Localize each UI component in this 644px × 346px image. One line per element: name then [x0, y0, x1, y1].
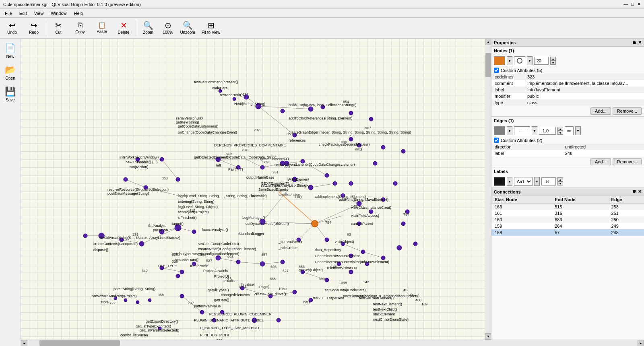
- zoom-out-button[interactable]: 🔍 Unzoom: [177, 19, 198, 38]
- svg-point-91: [192, 230, 196, 234]
- menu-file[interactable]: File: [2, 10, 15, 16]
- minimize-btn[interactable]: —: [623, 2, 628, 7]
- connections-close-icon[interactable]: ✕: [638, 189, 642, 194]
- connections-float-icon[interactable]: ⊞: [633, 189, 636, 194]
- properties-float-icon[interactable]: ⊞: [633, 40, 636, 45]
- conn-row-2[interactable]: 161 316 251: [491, 210, 644, 216]
- edge-weight-spinners: ▲ ▼: [557, 127, 563, 135]
- svg-line-0: [279, 192, 315, 224]
- conn-row-4[interactable]: 159 264 249: [491, 223, 644, 229]
- paste-label: Paste: [97, 29, 107, 34]
- scroll-thumb-h[interactable]: [39, 340, 120, 346]
- svg-point-51: [333, 181, 337, 185]
- menu-window[interactable]: Window: [47, 10, 70, 16]
- horizontal-scrollbar[interactable]: ◄ ►: [21, 340, 644, 346]
- cut-icon: ✂: [55, 21, 62, 29]
- edge-weight-input[interactable]: [539, 127, 556, 135]
- open-label: Open: [5, 76, 15, 80]
- edge-weight-down[interactable]: ▼: [557, 131, 563, 135]
- menu-help[interactable]: Help: [70, 10, 86, 16]
- redo-button[interactable]: ↪ Redo: [23, 19, 44, 38]
- label-font-select[interactable]: Aa1 Aa2 Aa3: [514, 177, 533, 186]
- scroll-up-btn[interactable]: ▲: [485, 39, 491, 45]
- svg-line-38: [315, 216, 343, 224]
- edge-custom-attrs-checkbox[interactable]: [494, 138, 499, 143]
- node-label: setListType(ArrayList<String>): [261, 183, 310, 187]
- connections-table-wrapper[interactable]: Start Node End Node Edge 163 515 253: [491, 196, 644, 340]
- label-size-up[interactable]: ▲: [557, 177, 563, 181]
- node-add-attr-btn[interactable]: Add...: [590, 107, 611, 115]
- conn-start-1: 163: [491, 204, 551, 210]
- fit-view-label: Fit to View: [202, 30, 221, 35]
- open-button[interactable]: 📂 Open: [1, 62, 20, 83]
- svg-line-22: [262, 262, 283, 264]
- attr-key-codelines: codelines: [491, 74, 524, 80]
- edge-remove-attr-btn[interactable]: Remove...: [613, 158, 642, 165]
- svg-point-112: [357, 143, 361, 147]
- paste-button[interactable]: 📋 Paste: [91, 19, 112, 38]
- scroll-right-btn[interactable]: ►: [638, 340, 644, 346]
- save-button[interactable]: 💾 Save: [1, 84, 20, 105]
- scroll-left-btn[interactable]: ◄: [21, 340, 27, 346]
- edge-line-dropdown[interactable]: ▼: [532, 126, 537, 135]
- label-color-button[interactable]: [494, 177, 505, 186]
- label-size-down[interactable]: ▼: [557, 181, 563, 185]
- svg-text:342: 342: [142, 269, 148, 273]
- properties-close-icon[interactable]: ✕: [638, 40, 642, 45]
- svg-text:993: 993: [227, 255, 233, 259]
- scroll-thumb-v[interactable]: [485, 53, 491, 77]
- menu-view[interactable]: View: [31, 10, 47, 16]
- node-color-dropdown[interactable]: ▼: [507, 56, 512, 65]
- svg-line-11: [218, 159, 238, 167]
- node-custom-attrs-checkbox[interactable]: [494, 68, 499, 73]
- node-size-down[interactable]: ▼: [550, 61, 556, 65]
- node-size-up[interactable]: ▲: [550, 57, 556, 61]
- copy-label: Copy: [75, 30, 85, 34]
- attr-val-modifier: public: [524, 93, 644, 99]
- edge-color-dropdown[interactable]: ▼: [507, 126, 512, 135]
- node-shape-button[interactable]: [514, 56, 525, 65]
- delete-button[interactable]: ✕ Delete: [113, 19, 134, 38]
- close-btn[interactable]: ✕: [637, 2, 641, 7]
- svg-line-10: [162, 159, 178, 179]
- edge-add-attr-btn[interactable]: Add...: [590, 158, 611, 165]
- svg-point-87: [260, 165, 264, 169]
- node-remove-attr-btn[interactable]: Remove...: [613, 107, 642, 115]
- edge-style-button[interactable]: ✏: [565, 126, 574, 135]
- conn-row-1[interactable]: 163 515 253: [491, 204, 644, 210]
- vertical-scrollbar[interactable]: ▲ ▼: [485, 39, 491, 340]
- node-label: _ruleCreate: [279, 246, 297, 250]
- zoom-pct-button[interactable]: ⊙ 100%: [159, 19, 176, 38]
- conn-row-5[interactable]: 158 57 248: [491, 229, 644, 236]
- attr-row-codelines: codelines 323: [491, 74, 644, 80]
- svg-point-57: [341, 242, 345, 246]
- scroll-down-btn[interactable]: ▼: [485, 333, 491, 340]
- scroll-track-v[interactable]: [485, 45, 491, 333]
- scroll-track-h[interactable]: [27, 340, 638, 346]
- zoom-in-button[interactable]: 🔍 Zoom: [138, 19, 159, 38]
- attr-row-comment: comment Implementation de lInfoElement, …: [491, 80, 644, 86]
- label-size-input[interactable]: [541, 177, 556, 185]
- new-button[interactable]: 📄 New: [1, 40, 20, 61]
- edge-weight-up[interactable]: ▲: [557, 127, 563, 131]
- graph-canvas[interactable]: 634 792 855 318 870 963 509 661 261 418 …: [21, 39, 485, 340]
- edge-line-button[interactable]: —: [514, 126, 530, 135]
- node-color-button[interactable]: [494, 56, 505, 65]
- conn-start-2: 161: [491, 210, 551, 216]
- conn-row-3[interactable]: 160 683 250: [491, 216, 644, 223]
- label-font-dropdown[interactable]: ▼: [534, 177, 540, 186]
- copy-button[interactable]: ⎘ Copy: [70, 19, 91, 38]
- label-color-dropdown[interactable]: ▼: [507, 177, 512, 186]
- svg-point-76: [297, 238, 301, 242]
- fit-view-button[interactable]: ⊞ Fit to View: [199, 19, 223, 38]
- maximize-btn[interactable]: □: [631, 2, 634, 7]
- svg-point-85: [216, 157, 221, 162]
- nodes-label: Nodes (1): [494, 48, 514, 53]
- menu-edit[interactable]: Edit: [16, 10, 30, 16]
- edge-style-dropdown[interactable]: ▼: [575, 126, 581, 135]
- cut-button[interactable]: ✂ Cut: [48, 19, 69, 38]
- undo-button[interactable]: ↩ Undo: [2, 19, 23, 38]
- edge-color-button[interactable]: [494, 126, 505, 135]
- node-shape-dropdown[interactable]: ▼: [527, 56, 533, 65]
- node-size-input[interactable]: [534, 57, 549, 65]
